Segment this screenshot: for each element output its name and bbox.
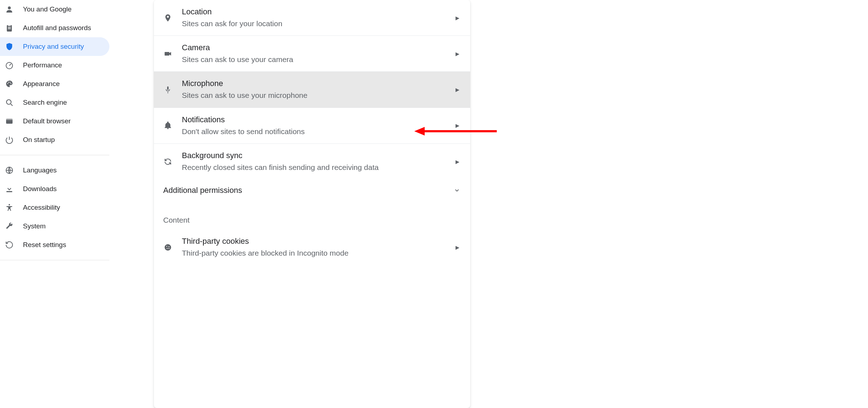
- bell-icon: [163, 121, 173, 130]
- sidebar-item-label: Privacy and security: [23, 43, 84, 51]
- chevron-right-icon: ▶: [454, 245, 461, 250]
- content-row-cookies[interactable]: Third-party cookies Third-party cookies …: [154, 229, 470, 265]
- sidebar-divider: [0, 155, 109, 155]
- sidebar-item-label: Performance: [23, 61, 62, 69]
- permission-row-notifications[interactable]: Notifications Don't allow sites to send …: [154, 108, 470, 144]
- sidebar-item-downloads[interactable]: Downloads: [0, 180, 109, 198]
- sidebar-item-startup[interactable]: On startup: [0, 131, 109, 149]
- chevron-right-icon: ▶: [454, 15, 461, 21]
- sidebar-item-default-browser[interactable]: Default browser: [0, 112, 109, 131]
- sidebar-item-search[interactable]: Search engine: [0, 93, 109, 112]
- cookie-icon: [163, 243, 173, 252]
- sidebar-item-appearance[interactable]: Appearance: [0, 75, 109, 93]
- svg-point-6: [7, 83, 8, 84]
- sidebar-item-label: Downloads: [23, 185, 57, 193]
- sidebar-item-label: Accessibility: [23, 204, 60, 212]
- chevron-down-icon: [454, 187, 461, 194]
- sidebar-item-reset[interactable]: Reset settings: [0, 236, 109, 254]
- svg-rect-2: [8, 24, 11, 26]
- svg-rect-14: [6, 191, 12, 192]
- browser-icon: [5, 117, 14, 125]
- permission-title: Microphone: [182, 78, 454, 89]
- sidebar-item-label: Autofill and passwords: [23, 24, 91, 32]
- svg-rect-3: [8, 27, 11, 28]
- download-icon: [5, 185, 14, 193]
- svg-point-15: [9, 204, 10, 205]
- globe-icon: [5, 166, 14, 175]
- svg-rect-16: [165, 52, 169, 56]
- svg-point-7: [8, 82, 9, 83]
- content-row-title: Third-party cookies: [182, 236, 454, 247]
- sidebar-item-label: Search engine: [23, 99, 67, 106]
- svg-point-19: [166, 246, 168, 247]
- content-section-header: Content: [154, 201, 470, 229]
- additional-permissions-row[interactable]: Additional permissions: [154, 179, 470, 201]
- svg-rect-12: [6, 119, 13, 120]
- sidebar-item-label: Languages: [23, 166, 57, 174]
- settings-sidebar: You and Google Autofill and passwords Pr…: [0, 0, 109, 408]
- wrench-icon: [5, 222, 14, 231]
- permission-subtitle: Sites can ask for your location: [182, 18, 454, 29]
- restore-icon: [5, 241, 14, 249]
- sidebar-item-label: Reset settings: [23, 241, 66, 249]
- additional-permissions-label: Additional permissions: [163, 186, 454, 195]
- svg-point-0: [8, 6, 11, 9]
- permission-subtitle: Recently closed sites can finish sending…: [182, 162, 454, 173]
- svg-rect-17: [167, 86, 169, 90]
- sidebar-item-accessibility[interactable]: Accessibility: [0, 198, 109, 217]
- svg-point-21: [167, 248, 168, 249]
- sidebar-item-languages[interactable]: Languages: [0, 161, 109, 180]
- content-row-subtitle: Third-party cookies are blocked in Incog…: [182, 248, 454, 258]
- speedometer-icon: [5, 61, 14, 70]
- permission-subtitle: Sites can ask to use your camera: [182, 54, 454, 65]
- sidebar-item-label: You and Google: [23, 5, 72, 13]
- svg-point-20: [169, 246, 170, 247]
- chevron-right-icon: ▶: [454, 159, 461, 165]
- sidebar-item-you-google[interactable]: You and Google: [0, 0, 109, 19]
- power-icon: [5, 136, 14, 144]
- permission-row-location[interactable]: Location Sites can ask for your location…: [154, 0, 470, 36]
- permission-row-microphone[interactable]: Microphone Sites can ask to use your mic…: [154, 72, 470, 108]
- shield-icon: [5, 42, 14, 51]
- site-settings-card: Location Sites can ask for your location…: [154, 0, 470, 408]
- search-icon: [5, 98, 14, 107]
- permission-row-bgsync[interactable]: Background sync Recently closed sites ca…: [154, 144, 470, 179]
- sidebar-item-performance[interactable]: Performance: [0, 56, 109, 75]
- permission-title: Notifications: [182, 114, 454, 125]
- clipboard-icon: [5, 24, 14, 32]
- svg-rect-4: [8, 28, 11, 29]
- sidebar-item-label: Default browser: [23, 117, 71, 125]
- chevron-right-icon: ▶: [454, 87, 461, 92]
- sidebar-item-label: On startup: [23, 136, 55, 144]
- sidebar-item-label: Appearance: [23, 80, 60, 88]
- chevron-right-icon: ▶: [454, 123, 461, 128]
- mic-icon: [163, 85, 173, 94]
- permission-title: Camera: [182, 42, 454, 53]
- accessibility-icon: [5, 203, 14, 212]
- svg-point-18: [165, 244, 171, 251]
- palette-icon: [5, 80, 14, 88]
- camera-icon: [163, 49, 173, 58]
- sync-icon: [163, 157, 173, 166]
- sidebar-item-system[interactable]: System: [0, 217, 109, 236]
- svg-point-22: [169, 248, 170, 249]
- svg-point-10: [6, 100, 11, 104]
- location-icon: [163, 13, 173, 23]
- sidebar-item-label: System: [23, 222, 46, 230]
- svg-point-9: [10, 83, 11, 84]
- sidebar-divider: [0, 260, 109, 260]
- permission-row-camera[interactable]: Camera Sites can ask to use your camera …: [154, 36, 470, 72]
- sidebar-item-privacy[interactable]: Privacy and security: [0, 37, 109, 56]
- settings-content: Location Sites can ask for your location…: [109, 0, 868, 408]
- permission-title: Background sync: [182, 150, 454, 161]
- sidebar-item-autofill[interactable]: Autofill and passwords: [0, 19, 109, 37]
- person-icon: [5, 5, 14, 14]
- permission-subtitle: Sites can ask to use your microphone: [182, 90, 454, 101]
- chevron-right-icon: ▶: [454, 51, 461, 57]
- permission-subtitle: Don't allow sites to send notifications: [182, 126, 454, 137]
- svg-point-8: [10, 82, 11, 83]
- permission-title: Location: [182, 6, 454, 18]
